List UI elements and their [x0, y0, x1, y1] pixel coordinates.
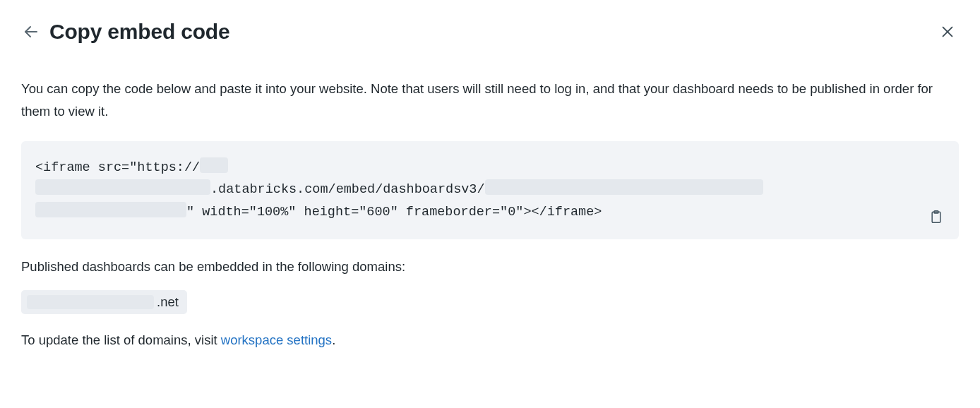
dialog-header: Copy embed code [21, 20, 959, 44]
redacted-span [35, 202, 186, 217]
code-line2-middle: .databricks.com/embed/dashboardsv3/ [210, 182, 485, 197]
redacted-span [200, 157, 228, 173]
redacted-span [485, 179, 763, 195]
embed-code-text[interactable]: <iframe src="https:// .databricks.com/em… [35, 157, 945, 224]
update-domains-line: To update the list of domains, visit wor… [21, 332, 959, 348]
back-button[interactable] [21, 22, 41, 42]
domains-note: Published dashboards can be embedded in … [21, 256, 959, 277]
code-line3-suffix: " width="100%" height="600" frameborder=… [186, 205, 602, 220]
embed-code-block: <iframe src="https:// .databricks.com/em… [21, 141, 959, 239]
redacted-span [35, 179, 210, 195]
code-line1-prefix: <iframe src="https:// [35, 160, 200, 175]
close-icon [940, 24, 955, 40]
dialog-title: Copy embed code [49, 20, 229, 44]
redacted-span [27, 295, 154, 309]
domain-chip: .net [21, 290, 187, 314]
update-prefix: To update the list of domains, visit [21, 332, 221, 347]
update-suffix: . [332, 332, 335, 347]
arrow-left-icon [23, 23, 40, 40]
workspace-settings-link[interactable]: workspace settings [221, 332, 332, 347]
clipboard-icon [929, 209, 943, 224]
header-left: Copy embed code [21, 20, 229, 44]
description-text: You can copy the code below and paste it… [21, 78, 959, 123]
close-button[interactable] [936, 20, 959, 43]
copy-button[interactable] [926, 207, 946, 227]
domain-suffix: .net [157, 294, 179, 310]
